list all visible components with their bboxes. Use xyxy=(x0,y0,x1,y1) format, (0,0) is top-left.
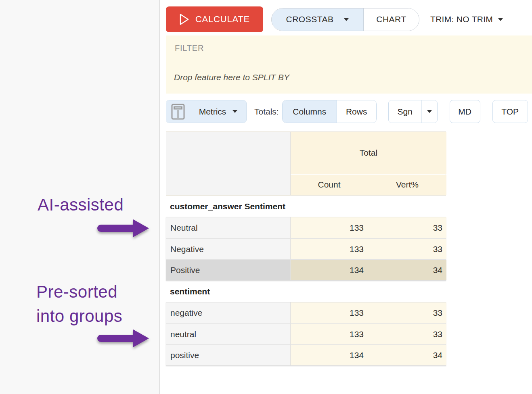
metrics-group: Metrics xyxy=(166,100,247,123)
table-row[interactable]: neutral 133 33 xyxy=(166,323,446,344)
play-icon xyxy=(179,13,189,25)
crosstab-button[interactable]: CROSSTAB xyxy=(272,8,364,31)
row-count: 134 xyxy=(291,345,368,365)
table-controls-toolbar: Metrics Totals: Columns Rows Sgn MD TOP xyxy=(166,100,528,123)
chart-label: CHART xyxy=(376,15,406,24)
sgn-group: Sgn xyxy=(388,100,438,123)
table-row[interactable]: Neutral 133 33 xyxy=(166,217,446,238)
total-header-cell[interactable]: Total xyxy=(291,132,446,174)
chevron-down-icon xyxy=(344,18,349,21)
row-vert: 34 xyxy=(368,345,446,365)
section-title: customer_answer Sentiment xyxy=(166,196,446,217)
chevron-down-icon xyxy=(232,110,237,113)
chart-button[interactable]: CHART xyxy=(364,8,419,31)
table-row[interactable]: Positive 134 34 xyxy=(166,259,446,280)
row-vert: 33 xyxy=(368,239,446,259)
table-sections: customer_answer Sentiment Neutral 133 33… xyxy=(166,196,446,366)
row-vert: 33 xyxy=(368,217,446,238)
table-layout-button[interactable] xyxy=(166,100,190,123)
md-button[interactable]: MD xyxy=(450,100,480,123)
vert-header-cell[interactable]: Vert% xyxy=(368,175,446,195)
split-by-dropzone[interactable]: Drop feature here to SPLIT BY xyxy=(166,61,532,94)
row-label: neutral xyxy=(166,324,291,344)
sgn-button[interactable]: Sgn xyxy=(389,100,421,123)
table-layout-icon xyxy=(171,104,185,120)
ai-assisted-label: AI-assisted xyxy=(38,193,124,217)
section-title: sentiment xyxy=(166,281,446,302)
row-vert: 33 xyxy=(368,324,446,344)
split-by-placeholder: Drop feature here to SPLIT BY xyxy=(174,73,289,82)
count-header-cell[interactable]: Count xyxy=(291,175,368,195)
totals-columns-button[interactable]: Columns xyxy=(283,100,337,123)
annotation-panel: AI-assisted Pre-sorted into groups xyxy=(0,0,160,394)
drop-bars: FILTER Drop feature here to SPLIT BY xyxy=(166,35,532,94)
row-label: Positive xyxy=(166,260,291,280)
totals-toggle: Columns Rows xyxy=(282,100,377,123)
sgn-dropdown-button[interactable] xyxy=(421,100,437,123)
table-row[interactable]: positive 134 34 xyxy=(166,344,446,365)
chevron-down-icon xyxy=(427,110,432,113)
chevron-down-icon xyxy=(498,18,503,21)
row-vert: 34 xyxy=(368,260,446,280)
pre-sorted-line1: Pre-sorted xyxy=(36,280,122,304)
corner-cell xyxy=(166,132,291,195)
row-label: Negative xyxy=(166,239,291,259)
filter-label: FILTER xyxy=(175,44,204,53)
table-section: sentiment negative 133 33 neutral 133 33… xyxy=(166,281,446,366)
metrics-label: Metrics xyxy=(199,107,226,117)
metrics-dropdown[interactable]: Metrics xyxy=(190,100,246,123)
totals-rows-button[interactable]: Rows xyxy=(337,100,376,123)
totals-label: Totals: xyxy=(254,107,279,117)
row-count: 133 xyxy=(291,217,368,238)
arrow-right-icon xyxy=(97,328,150,349)
pre-sorted-line2: into groups xyxy=(36,304,122,328)
calculate-button[interactable]: CALCULATE xyxy=(166,6,263,32)
table-row[interactable]: negative 133 33 xyxy=(166,302,446,323)
pre-sorted-label: Pre-sorted into groups xyxy=(36,280,122,328)
row-vert: 33 xyxy=(368,302,446,323)
table-section: customer_answer Sentiment Neutral 133 33… xyxy=(166,196,446,281)
table-header: Total Count Vert% xyxy=(166,131,446,196)
row-count: 134 xyxy=(291,260,368,280)
top-button[interactable]: TOP xyxy=(492,100,528,123)
filter-bar[interactable]: FILTER xyxy=(166,35,532,61)
row-label: positive xyxy=(166,345,291,365)
row-count: 133 xyxy=(291,324,368,344)
row-count: 133 xyxy=(291,302,368,323)
main-content: CALCULATE CROSSTAB CHART TRIM: NO TRIM F… xyxy=(166,0,532,394)
crosstab-label: CROSSTAB xyxy=(286,15,334,24)
section-rows: negative 133 33 neutral 133 33 positive … xyxy=(166,302,446,366)
top-toolbar: CALCULATE CROSSTAB CHART TRIM: NO TRIM xyxy=(166,6,503,32)
row-count: 133 xyxy=(291,239,368,259)
arrow-right-icon xyxy=(97,218,150,239)
trim-dropdown[interactable]: TRIM: NO TRIM xyxy=(430,15,503,24)
trim-label: TRIM: NO TRIM xyxy=(430,15,493,24)
table-row[interactable]: Negative 133 33 xyxy=(166,238,446,259)
view-toggle: CROSSTAB CHART xyxy=(271,8,419,31)
crosstab-table: Total Count Vert% customer_answer Sentim… xyxy=(166,131,446,366)
calculate-label: CALCULATE xyxy=(195,14,250,25)
section-rows: Neutral 133 33 Negative 133 33 Positive … xyxy=(166,217,446,281)
row-label: negative xyxy=(166,302,291,323)
row-label: Neutral xyxy=(166,217,291,238)
